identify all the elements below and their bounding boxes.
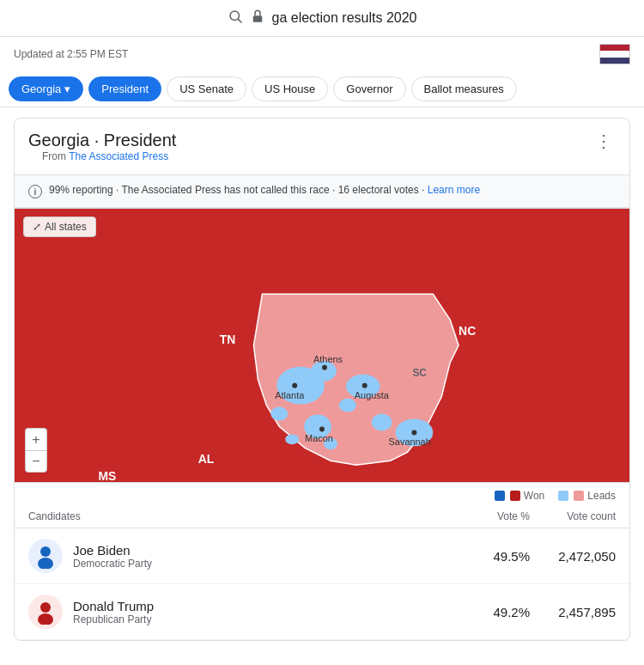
card-title: Georgia · President <box>28 131 182 150</box>
legend-leads: Leads <box>558 490 616 502</box>
savannah-label: Savannah <box>389 436 431 447</box>
candidate-row-biden: Joe Biden Democratic Party 49.5% 2,472,0… <box>15 528 629 584</box>
athens-dot <box>322 365 327 370</box>
biden-name: Joe Biden <box>73 543 461 558</box>
blue-county-5 <box>285 434 299 444</box>
election-map: TN NC SC AL MS Atlanta Athens Augusta Ma… <box>15 208 629 483</box>
all-states-label: All states <box>45 221 87 233</box>
tab-us-house-label: US House <box>264 82 315 95</box>
trump-count: 2,457,895 <box>530 605 616 619</box>
info-icon: i <box>28 185 42 198</box>
tab-governor[interactable]: Governor <box>333 76 405 101</box>
map-controls: + − <box>25 428 47 473</box>
tab-georgia-label: Georgia <box>21 82 61 95</box>
tab-governor-label: Governor <box>346 82 392 95</box>
atlanta-label: Atlanta <box>275 390 305 400</box>
card-menu-button[interactable]: ⋮ <box>592 131 616 151</box>
card-source-prefix: From <box>42 150 69 162</box>
svg-point-5 <box>38 558 53 569</box>
legend-won-rep-color <box>510 491 520 501</box>
search-icon <box>228 9 243 27</box>
lock-icon <box>250 9 265 27</box>
tab-us-senate-label: US Senate <box>179 82 234 95</box>
legend-leads-label: Leads <box>587 490 616 502</box>
svg-point-7 <box>38 613 53 625</box>
augusta-label: Augusta <box>355 390 390 400</box>
macon-dot <box>319 426 325 431</box>
macon-label: Macon <box>305 433 333 443</box>
svg-point-4 <box>40 546 51 557</box>
search-query: ga election results 2020 <box>272 10 417 26</box>
tab-georgia[interactable]: Georgia ▾ <box>9 76 83 101</box>
map-container: TN NC SC AL MS Atlanta Athens Augusta Ma… <box>15 208 629 483</box>
svg-point-0 <box>230 11 240 21</box>
card-header: Georgia · President From The Associated … <box>15 119 629 174</box>
tn-label: TN <box>220 332 236 346</box>
tabs-bar: Georgia ▾ President US Senate US House G… <box>0 71 644 107</box>
svg-rect-2 <box>252 15 262 22</box>
all-states-button[interactable]: ⤢ All states <box>23 217 96 237</box>
header-vote-pct: Vote % <box>461 510 530 522</box>
tab-us-house[interactable]: US House <box>252 76 328 101</box>
augusta-dot <box>362 383 368 388</box>
biden-avatar <box>28 539 63 573</box>
search-bar: ga election results 2020 <box>0 0 644 37</box>
legend-won: Won <box>495 490 544 502</box>
savannah-dot <box>411 430 416 435</box>
card-source: From The Associated Press <box>28 150 182 171</box>
svg-point-6 <box>40 602 51 613</box>
athens-label: Athens <box>313 354 343 364</box>
trump-avatar <box>28 595 63 629</box>
nc-label: NC <box>459 324 476 338</box>
trump-info: Donald Trump Republican Party <box>73 599 461 625</box>
svg-line-1 <box>238 19 241 22</box>
results-card: Georgia · President From The Associated … <box>14 118 630 641</box>
tab-us-senate[interactable]: US Senate <box>167 76 246 101</box>
us-flag <box>599 44 630 64</box>
reporting-text: 99% reporting · The Associated Press has… <box>49 184 480 196</box>
ms-label: MS <box>98 469 116 483</box>
blue-county-2 <box>339 399 356 412</box>
updated-text: Updated at 2:55 PM EST <box>14 48 128 60</box>
tab-president[interactable]: President <box>88 76 161 101</box>
learn-more-link[interactable]: Learn more <box>428 184 480 196</box>
legend-leads-dem-color <box>558 491 568 501</box>
trump-name: Donald Trump <box>73 599 461 613</box>
tab-ballot-measures-label: Ballot measures <box>424 82 504 95</box>
sc-label: SC <box>412 367 427 379</box>
biden-count: 2,472,050 <box>530 549 616 564</box>
tab-ballot-measures[interactable]: Ballot measures <box>411 76 517 101</box>
map-legend: Won Leads <box>15 483 629 505</box>
legend-won-label: Won <box>524 490 544 502</box>
candidate-row-trump: Donald Trump Republican Party 49.2% 2,45… <box>15 584 629 640</box>
blue-county-3 <box>372 414 392 431</box>
info-bar: i 99% reporting · The Associated Press h… <box>15 174 629 208</box>
biden-party: Democratic Party <box>73 558 461 570</box>
zoom-in-button[interactable]: + <box>25 428 47 450</box>
blue-county-1 <box>270 407 288 421</box>
chevron-down-icon: ▾ <box>64 82 70 95</box>
atlanta-dot <box>292 383 297 388</box>
tab-president-label: President <box>101 82 149 95</box>
biden-info: Joe Biden Democratic Party <box>73 543 461 570</box>
expand-icon: ⤢ <box>33 221 41 233</box>
trump-pct: 49.2% <box>461 605 530 619</box>
al-label: AL <box>198 452 215 466</box>
header-vote-count: Vote count <box>530 510 616 522</box>
legend-won-dem-color <box>495 491 505 501</box>
zoom-out-button[interactable]: − <box>25 450 47 473</box>
legend-leads-rep-color <box>574 491 584 501</box>
header-candidates: Candidates <box>28 510 461 522</box>
trump-party: Republican Party <box>73 613 461 625</box>
results-table-header: Candidates Vote % Vote count <box>15 505 629 528</box>
biden-pct: 49.5% <box>461 549 530 564</box>
updated-bar: Updated at 2:55 PM EST <box>0 37 644 71</box>
card-source-link[interactable]: The Associated Press <box>69 150 168 162</box>
